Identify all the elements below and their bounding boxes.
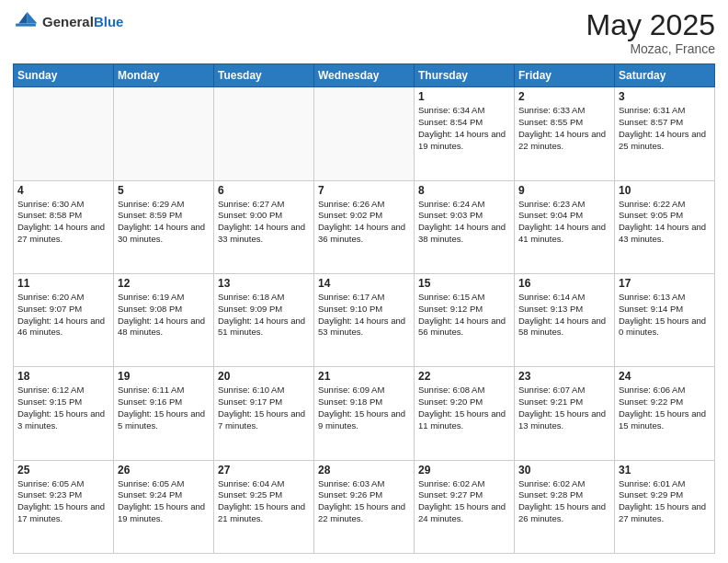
- day-info: Sunrise: 6:05 AM Sunset: 9:23 PM Dayligh…: [17, 478, 109, 525]
- table-row: 28Sunrise: 6:03 AM Sunset: 9:26 PM Dayli…: [314, 460, 415, 553]
- table-row: 29Sunrise: 6:02 AM Sunset: 9:27 PM Dayli…: [415, 460, 515, 553]
- day-info: Sunrise: 6:17 AM Sunset: 9:10 PM Dayligh…: [318, 292, 410, 339]
- calendar-header-row: Sunday Monday Tuesday Wednesday Thursday…: [14, 64, 715, 87]
- table-row: 21Sunrise: 6:09 AM Sunset: 9:18 PM Dayli…: [314, 367, 415, 460]
- day-number: 27: [218, 464, 310, 477]
- calendar-table: Sunday Monday Tuesday Wednesday Thursday…: [13, 63, 715, 554]
- table-row: 10Sunrise: 6:22 AM Sunset: 9:05 PM Dayli…: [615, 180, 715, 273]
- day-number: 4: [17, 184, 109, 197]
- table-row: 2Sunrise: 6:33 AM Sunset: 8:55 PM Daylig…: [515, 87, 615, 180]
- svg-rect-2: [16, 24, 36, 27]
- day-number: 26: [118, 464, 210, 477]
- calendar-week-row: 18Sunrise: 6:12 AM Sunset: 9:15 PM Dayli…: [14, 367, 715, 460]
- logo-text: GeneralBlue: [42, 15, 123, 30]
- col-thursday: Thursday: [415, 64, 515, 87]
- day-number: 30: [518, 464, 610, 477]
- day-info: Sunrise: 6:18 AM Sunset: 9:09 PM Dayligh…: [218, 292, 310, 339]
- day-number: 11: [17, 277, 109, 290]
- day-number: 28: [318, 464, 410, 477]
- header: GeneralBlue May 2025 Mozac, France: [13, 9, 715, 56]
- day-number: 10: [619, 184, 711, 197]
- day-info: Sunrise: 6:30 AM Sunset: 8:58 PM Dayligh…: [17, 199, 109, 246]
- day-info: Sunrise: 6:27 AM Sunset: 9:00 PM Dayligh…: [218, 199, 310, 246]
- table-row: 12Sunrise: 6:19 AM Sunset: 9:08 PM Dayli…: [114, 273, 214, 366]
- day-info: Sunrise: 6:08 AM Sunset: 9:20 PM Dayligh…: [418, 385, 510, 431]
- day-number: 2: [518, 90, 610, 103]
- table-row: 15Sunrise: 6:15 AM Sunset: 9:12 PM Dayli…: [415, 273, 515, 366]
- col-friday: Friday: [515, 64, 615, 87]
- svg-marker-0: [28, 12, 38, 23]
- day-info: Sunrise: 6:22 AM Sunset: 9:05 PM Dayligh…: [619, 199, 711, 246]
- day-number: 12: [118, 277, 210, 290]
- table-row: 26Sunrise: 6:05 AM Sunset: 9:24 PM Dayli…: [114, 460, 214, 553]
- day-info: Sunrise: 6:01 AM Sunset: 9:29 PM Dayligh…: [619, 478, 711, 525]
- table-row: [14, 87, 114, 180]
- table-row: 30Sunrise: 6:02 AM Sunset: 9:28 PM Dayli…: [515, 460, 615, 553]
- day-info: Sunrise: 6:23 AM Sunset: 9:04 PM Dayligh…: [518, 199, 610, 246]
- day-number: 3: [619, 90, 711, 103]
- day-info: Sunrise: 6:33 AM Sunset: 8:55 PM Dayligh…: [518, 105, 610, 152]
- page: GeneralBlue May 2025 Mozac, France Sunda…: [0, 0, 728, 563]
- day-info: Sunrise: 6:04 AM Sunset: 9:25 PM Dayligh…: [218, 478, 310, 525]
- day-info: Sunrise: 6:26 AM Sunset: 9:02 PM Dayligh…: [318, 199, 410, 246]
- calendar-week-row: 4Sunrise: 6:30 AM Sunset: 8:58 PM Daylig…: [14, 180, 715, 273]
- month-title: May 2025: [586, 9, 715, 41]
- day-info: Sunrise: 6:05 AM Sunset: 9:24 PM Dayligh…: [118, 478, 210, 525]
- table-row: [314, 87, 415, 180]
- day-number: 17: [619, 277, 711, 290]
- table-row: 17Sunrise: 6:13 AM Sunset: 9:14 PM Dayli…: [615, 273, 715, 366]
- day-number: 6: [218, 184, 310, 197]
- day-info: Sunrise: 6:02 AM Sunset: 9:28 PM Dayligh…: [518, 478, 610, 525]
- table-row: 19Sunrise: 6:11 AM Sunset: 9:16 PM Dayli…: [114, 367, 214, 460]
- table-row: [214, 87, 314, 180]
- day-info: Sunrise: 6:24 AM Sunset: 9:03 PM Dayligh…: [418, 199, 510, 246]
- day-info: Sunrise: 6:34 AM Sunset: 8:54 PM Dayligh…: [418, 105, 510, 152]
- table-row: 6Sunrise: 6:27 AM Sunset: 9:00 PM Daylig…: [214, 180, 314, 273]
- day-number: 8: [418, 184, 510, 197]
- table-row: 11Sunrise: 6:20 AM Sunset: 9:07 PM Dayli…: [14, 273, 114, 366]
- day-number: 20: [218, 370, 310, 383]
- table-row: 3Sunrise: 6:31 AM Sunset: 8:57 PM Daylig…: [615, 87, 715, 180]
- logo: GeneralBlue: [13, 9, 123, 35]
- day-number: 15: [418, 277, 510, 290]
- day-info: Sunrise: 6:14 AM Sunset: 9:13 PM Dayligh…: [518, 292, 610, 339]
- day-info: Sunrise: 6:10 AM Sunset: 9:17 PM Dayligh…: [218, 385, 310, 431]
- day-number: 21: [318, 370, 410, 383]
- day-info: Sunrise: 6:19 AM Sunset: 9:08 PM Dayligh…: [118, 292, 210, 339]
- table-row: 23Sunrise: 6:07 AM Sunset: 9:21 PM Dayli…: [515, 367, 615, 460]
- day-info: Sunrise: 6:13 AM Sunset: 9:14 PM Dayligh…: [619, 292, 711, 339]
- table-row: 27Sunrise: 6:04 AM Sunset: 9:25 PM Dayli…: [214, 460, 314, 553]
- table-row: 20Sunrise: 6:10 AM Sunset: 9:17 PM Dayli…: [214, 367, 314, 460]
- day-info: Sunrise: 6:07 AM Sunset: 9:21 PM Dayligh…: [518, 385, 610, 431]
- table-row: 4Sunrise: 6:30 AM Sunset: 8:58 PM Daylig…: [14, 180, 114, 273]
- location: Mozac, France: [586, 41, 715, 56]
- day-info: Sunrise: 6:29 AM Sunset: 8:59 PM Dayligh…: [118, 199, 210, 246]
- title-block: May 2025 Mozac, France: [586, 9, 715, 56]
- day-number: 25: [17, 464, 109, 477]
- table-row: 7Sunrise: 6:26 AM Sunset: 9:02 PM Daylig…: [314, 180, 415, 273]
- day-number: 22: [418, 370, 510, 383]
- day-number: 18: [17, 370, 109, 383]
- day-info: Sunrise: 6:15 AM Sunset: 9:12 PM Dayligh…: [418, 292, 510, 339]
- logo-blue: Blue: [94, 14, 124, 29]
- day-info: Sunrise: 6:02 AM Sunset: 9:27 PM Dayligh…: [418, 478, 510, 525]
- day-number: 1: [418, 90, 510, 103]
- day-number: 24: [619, 370, 711, 383]
- logo-general: General: [42, 14, 94, 29]
- day-info: Sunrise: 6:31 AM Sunset: 8:57 PM Dayligh…: [619, 105, 711, 152]
- day-number: 19: [118, 370, 210, 383]
- day-number: 16: [518, 277, 610, 290]
- day-info: Sunrise: 6:03 AM Sunset: 9:26 PM Dayligh…: [318, 478, 410, 525]
- table-row: 8Sunrise: 6:24 AM Sunset: 9:03 PM Daylig…: [415, 180, 515, 273]
- col-monday: Monday: [114, 64, 214, 87]
- day-info: Sunrise: 6:12 AM Sunset: 9:15 PM Dayligh…: [17, 385, 109, 431]
- col-wednesday: Wednesday: [314, 64, 415, 87]
- day-number: 7: [318, 184, 410, 197]
- day-number: 13: [218, 277, 310, 290]
- calendar-week-row: 25Sunrise: 6:05 AM Sunset: 9:23 PM Dayli…: [14, 460, 715, 553]
- table-row: 9Sunrise: 6:23 AM Sunset: 9:04 PM Daylig…: [515, 180, 615, 273]
- table-row: 31Sunrise: 6:01 AM Sunset: 9:29 PM Dayli…: [615, 460, 715, 553]
- day-info: Sunrise: 6:06 AM Sunset: 9:22 PM Dayligh…: [619, 385, 711, 431]
- table-row: 14Sunrise: 6:17 AM Sunset: 9:10 PM Dayli…: [314, 273, 415, 366]
- table-row: 16Sunrise: 6:14 AM Sunset: 9:13 PM Dayli…: [515, 273, 615, 366]
